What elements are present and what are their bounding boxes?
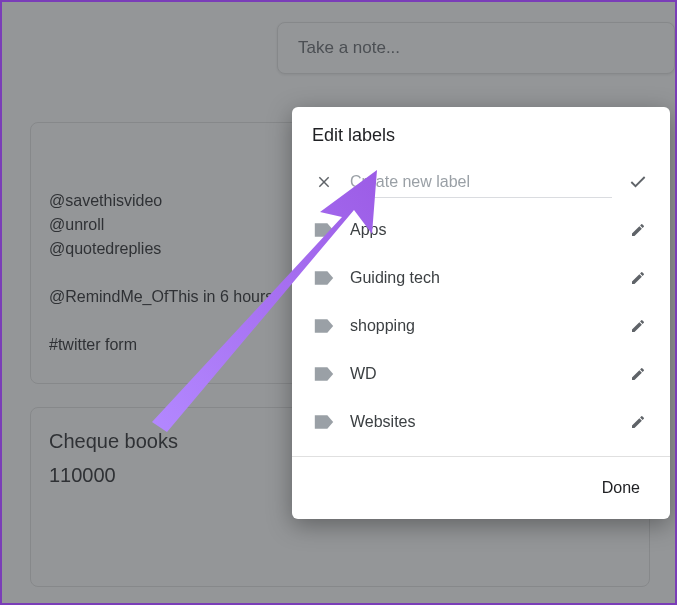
done-button[interactable]: Done bbox=[592, 471, 650, 505]
pencil-icon[interactable] bbox=[618, 366, 658, 382]
checkmark-icon[interactable] bbox=[618, 172, 658, 192]
label-item: Websites bbox=[292, 398, 670, 446]
label-icon[interactable] bbox=[304, 414, 344, 430]
pencil-icon[interactable] bbox=[618, 222, 658, 238]
label-icon[interactable] bbox=[304, 270, 344, 286]
label-name: Websites bbox=[344, 413, 618, 431]
create-label-row bbox=[292, 158, 670, 206]
edit-labels-dialog: Edit labels Apps Guiding tech shopping bbox=[292, 107, 670, 519]
label-name: shopping bbox=[344, 317, 618, 335]
label-icon[interactable] bbox=[304, 318, 344, 334]
label-name: Guiding tech bbox=[344, 269, 618, 287]
dialog-footer: Done bbox=[292, 457, 670, 519]
create-label-input[interactable] bbox=[350, 167, 612, 198]
label-icon[interactable] bbox=[304, 222, 344, 238]
pencil-icon[interactable] bbox=[618, 318, 658, 334]
label-item: shopping bbox=[292, 302, 670, 350]
label-name: Apps bbox=[344, 221, 618, 239]
pencil-icon[interactable] bbox=[618, 414, 658, 430]
label-item: WD bbox=[292, 350, 670, 398]
label-item: Guiding tech bbox=[292, 254, 670, 302]
label-item: Apps bbox=[292, 206, 670, 254]
label-name: WD bbox=[344, 365, 618, 383]
label-icon[interactable] bbox=[304, 366, 344, 382]
pencil-icon[interactable] bbox=[618, 270, 658, 286]
dialog-title: Edit labels bbox=[292, 107, 670, 158]
close-icon[interactable] bbox=[304, 174, 344, 190]
